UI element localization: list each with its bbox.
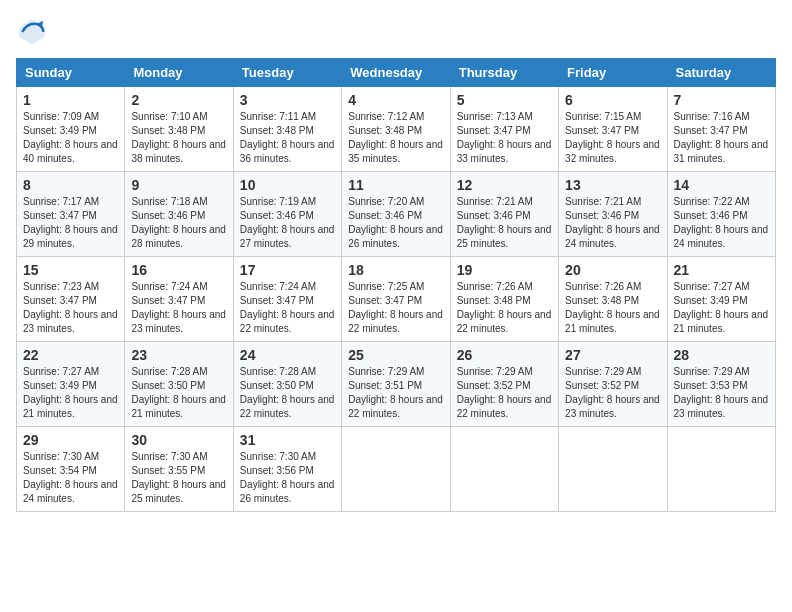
cell-content: Sunrise: 7:24 AMSunset: 3:47 PMDaylight:… (240, 280, 335, 336)
cell-content: Sunrise: 7:22 AMSunset: 3:46 PMDaylight:… (674, 195, 769, 251)
cell-content: Sunrise: 7:21 AMSunset: 3:46 PMDaylight:… (565, 195, 660, 251)
day-number: 19 (457, 262, 552, 278)
cell-content: Sunrise: 7:29 AMSunset: 3:53 PMDaylight:… (674, 365, 769, 421)
day-number: 14 (674, 177, 769, 193)
header-sunday: Sunday (17, 59, 125, 87)
day-number: 7 (674, 92, 769, 108)
cell-content: Sunrise: 7:11 AMSunset: 3:48 PMDaylight:… (240, 110, 335, 166)
cell-content: Sunrise: 7:27 AMSunset: 3:49 PMDaylight:… (23, 365, 118, 421)
calendar-cell: 18Sunrise: 7:25 AMSunset: 3:47 PMDayligh… (342, 257, 450, 342)
calendar-cell (667, 427, 775, 512)
cell-content: Sunrise: 7:27 AMSunset: 3:49 PMDaylight:… (674, 280, 769, 336)
calendar-cell: 22Sunrise: 7:27 AMSunset: 3:49 PMDayligh… (17, 342, 125, 427)
logo-icon (16, 16, 48, 48)
cell-content: Sunrise: 7:30 AMSunset: 3:56 PMDaylight:… (240, 450, 335, 506)
page-header (16, 16, 776, 48)
day-number: 26 (457, 347, 552, 363)
calendar-cell: 12Sunrise: 7:21 AMSunset: 3:46 PMDayligh… (450, 172, 558, 257)
cell-content: Sunrise: 7:19 AMSunset: 3:46 PMDaylight:… (240, 195, 335, 251)
calendar-cell: 21Sunrise: 7:27 AMSunset: 3:49 PMDayligh… (667, 257, 775, 342)
cell-content: Sunrise: 7:28 AMSunset: 3:50 PMDaylight:… (131, 365, 226, 421)
day-number: 16 (131, 262, 226, 278)
day-number: 13 (565, 177, 660, 193)
calendar-cell: 31Sunrise: 7:30 AMSunset: 3:56 PMDayligh… (233, 427, 341, 512)
week-row-1: 1Sunrise: 7:09 AMSunset: 3:49 PMDaylight… (17, 87, 776, 172)
calendar-cell: 27Sunrise: 7:29 AMSunset: 3:52 PMDayligh… (559, 342, 667, 427)
calendar-cell: 15Sunrise: 7:23 AMSunset: 3:47 PMDayligh… (17, 257, 125, 342)
cell-content: Sunrise: 7:16 AMSunset: 3:47 PMDaylight:… (674, 110, 769, 166)
week-row-3: 15Sunrise: 7:23 AMSunset: 3:47 PMDayligh… (17, 257, 776, 342)
day-number: 20 (565, 262, 660, 278)
cell-content: Sunrise: 7:17 AMSunset: 3:47 PMDaylight:… (23, 195, 118, 251)
header-tuesday: Tuesday (233, 59, 341, 87)
calendar-cell: 3Sunrise: 7:11 AMSunset: 3:48 PMDaylight… (233, 87, 341, 172)
calendar-cell (559, 427, 667, 512)
header-thursday: Thursday (450, 59, 558, 87)
header-row: SundayMondayTuesdayWednesdayThursdayFrid… (17, 59, 776, 87)
cell-content: Sunrise: 7:10 AMSunset: 3:48 PMDaylight:… (131, 110, 226, 166)
week-row-4: 22Sunrise: 7:27 AMSunset: 3:49 PMDayligh… (17, 342, 776, 427)
day-number: 28 (674, 347, 769, 363)
header-monday: Monday (125, 59, 233, 87)
day-number: 2 (131, 92, 226, 108)
calendar-cell: 23Sunrise: 7:28 AMSunset: 3:50 PMDayligh… (125, 342, 233, 427)
calendar-cell: 1Sunrise: 7:09 AMSunset: 3:49 PMDaylight… (17, 87, 125, 172)
day-number: 17 (240, 262, 335, 278)
day-number: 30 (131, 432, 226, 448)
calendar-cell: 28Sunrise: 7:29 AMSunset: 3:53 PMDayligh… (667, 342, 775, 427)
cell-content: Sunrise: 7:13 AMSunset: 3:47 PMDaylight:… (457, 110, 552, 166)
calendar-cell: 17Sunrise: 7:24 AMSunset: 3:47 PMDayligh… (233, 257, 341, 342)
day-number: 18 (348, 262, 443, 278)
cell-content: Sunrise: 7:18 AMSunset: 3:46 PMDaylight:… (131, 195, 226, 251)
calendar-cell: 14Sunrise: 7:22 AMSunset: 3:46 PMDayligh… (667, 172, 775, 257)
day-number: 1 (23, 92, 118, 108)
day-number: 11 (348, 177, 443, 193)
day-number: 3 (240, 92, 335, 108)
day-number: 10 (240, 177, 335, 193)
calendar-cell: 4Sunrise: 7:12 AMSunset: 3:48 PMDaylight… (342, 87, 450, 172)
calendar-cell: 2Sunrise: 7:10 AMSunset: 3:48 PMDaylight… (125, 87, 233, 172)
cell-content: Sunrise: 7:20 AMSunset: 3:46 PMDaylight:… (348, 195, 443, 251)
calendar-body: 1Sunrise: 7:09 AMSunset: 3:49 PMDaylight… (17, 87, 776, 512)
header-friday: Friday (559, 59, 667, 87)
day-number: 23 (131, 347, 226, 363)
day-number: 29 (23, 432, 118, 448)
cell-content: Sunrise: 7:30 AMSunset: 3:55 PMDaylight:… (131, 450, 226, 506)
calendar-cell: 24Sunrise: 7:28 AMSunset: 3:50 PMDayligh… (233, 342, 341, 427)
cell-content: Sunrise: 7:29 AMSunset: 3:51 PMDaylight:… (348, 365, 443, 421)
cell-content: Sunrise: 7:26 AMSunset: 3:48 PMDaylight:… (457, 280, 552, 336)
calendar-cell: 16Sunrise: 7:24 AMSunset: 3:47 PMDayligh… (125, 257, 233, 342)
week-row-5: 29Sunrise: 7:30 AMSunset: 3:54 PMDayligh… (17, 427, 776, 512)
calendar-cell: 10Sunrise: 7:19 AMSunset: 3:46 PMDayligh… (233, 172, 341, 257)
cell-content: Sunrise: 7:09 AMSunset: 3:49 PMDaylight:… (23, 110, 118, 166)
cell-content: Sunrise: 7:26 AMSunset: 3:48 PMDaylight:… (565, 280, 660, 336)
day-number: 25 (348, 347, 443, 363)
day-number: 9 (131, 177, 226, 193)
day-number: 15 (23, 262, 118, 278)
calendar-header: SundayMondayTuesdayWednesdayThursdayFrid… (17, 59, 776, 87)
calendar-cell: 19Sunrise: 7:26 AMSunset: 3:48 PMDayligh… (450, 257, 558, 342)
cell-content: Sunrise: 7:28 AMSunset: 3:50 PMDaylight:… (240, 365, 335, 421)
day-number: 12 (457, 177, 552, 193)
cell-content: Sunrise: 7:29 AMSunset: 3:52 PMDaylight:… (457, 365, 552, 421)
day-number: 6 (565, 92, 660, 108)
cell-content: Sunrise: 7:24 AMSunset: 3:47 PMDaylight:… (131, 280, 226, 336)
calendar-cell: 25Sunrise: 7:29 AMSunset: 3:51 PMDayligh… (342, 342, 450, 427)
calendar-cell: 29Sunrise: 7:30 AMSunset: 3:54 PMDayligh… (17, 427, 125, 512)
cell-content: Sunrise: 7:23 AMSunset: 3:47 PMDaylight:… (23, 280, 118, 336)
calendar-cell: 5Sunrise: 7:13 AMSunset: 3:47 PMDaylight… (450, 87, 558, 172)
day-number: 21 (674, 262, 769, 278)
day-number: 24 (240, 347, 335, 363)
day-number: 4 (348, 92, 443, 108)
cell-content: Sunrise: 7:15 AMSunset: 3:47 PMDaylight:… (565, 110, 660, 166)
cell-content: Sunrise: 7:12 AMSunset: 3:48 PMDaylight:… (348, 110, 443, 166)
calendar-cell (342, 427, 450, 512)
calendar-cell (450, 427, 558, 512)
day-number: 31 (240, 432, 335, 448)
calendar-cell: 20Sunrise: 7:26 AMSunset: 3:48 PMDayligh… (559, 257, 667, 342)
calendar-cell: 30Sunrise: 7:30 AMSunset: 3:55 PMDayligh… (125, 427, 233, 512)
cell-content: Sunrise: 7:25 AMSunset: 3:47 PMDaylight:… (348, 280, 443, 336)
day-number: 22 (23, 347, 118, 363)
header-saturday: Saturday (667, 59, 775, 87)
calendar-cell: 7Sunrise: 7:16 AMSunset: 3:47 PMDaylight… (667, 87, 775, 172)
